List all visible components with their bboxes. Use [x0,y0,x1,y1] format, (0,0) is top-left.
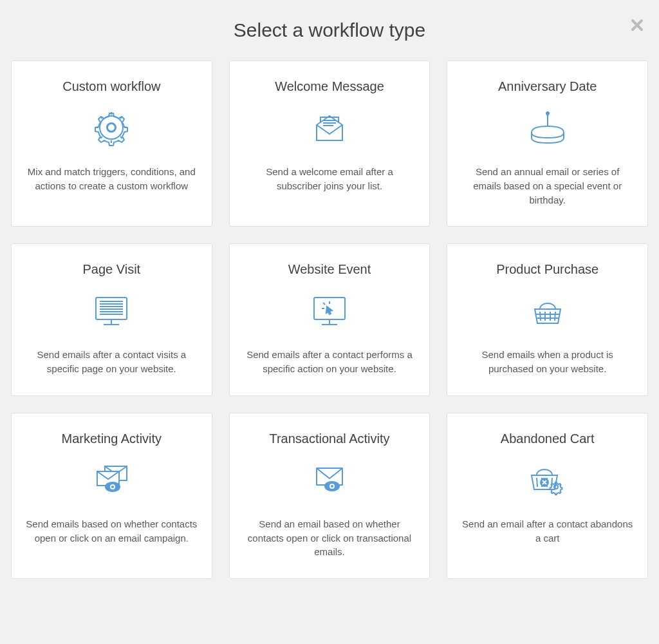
card-description: Send an email based on whether contacts … [243,517,417,559]
card-title: Page Visit [82,262,140,277]
card-description: Send an email after a contact abandons a… [460,517,635,545]
card-product-purchase[interactable]: Product Purchase Send emails when a prod… [447,243,648,396]
card-title: Product Purchase [496,262,599,277]
card-page-visit[interactable]: Page Visit Send emails after a contact v… [11,243,212,396]
card-website-event[interactable]: Website Event Send emails after a contac… [229,243,431,396]
envelope-open-icon [310,108,349,147]
monitor-lines-icon [91,291,132,330]
cake-icon [526,108,569,147]
card-description: Send emails after a contact visits a spe… [24,348,199,376]
monitor-click-icon [309,291,350,330]
modal-title: Select a workflow type [10,19,649,41]
svg-point-36 [331,485,333,488]
basket-icon [528,291,567,330]
svg-line-22 [540,312,541,321]
card-abandoned-cart[interactable]: Abandoned Cart Send an email after a con… [447,413,648,579]
card-description: Send an annual email or series of emails… [460,165,635,207]
svg-point-1 [107,123,116,132]
card-title: Abandoned Cart [501,431,595,446]
envelope-eye-icon [310,460,349,499]
svg-line-19 [323,303,325,305]
card-title: Anniversary Date [498,79,597,94]
card-title: Custom workflow [62,79,160,94]
workflow-grid: Custom workflow Mix and match triggers, … [10,61,649,579]
modal-header: Select a workflow type [10,10,649,61]
card-description: Send emails after a contact performs a s… [243,348,417,376]
card-title: Transactional Activity [269,431,389,446]
svg-point-0 [107,124,115,131]
svg-line-37 [537,478,537,487]
card-welcome-message[interactable]: Welcome Message Send a welcome email aft… [229,61,431,227]
card-description: Send emails when a product is purchased … [460,348,635,376]
card-marketing-activity[interactable]: Marketing Activity Send emails based on … [11,413,212,579]
card-description: Mix and match triggers, conditions, and … [24,165,199,193]
card-custom-workflow[interactable]: Custom workflow Mix and match triggers, … [11,61,212,227]
svg-point-32 [111,486,114,488]
envelopes-eye-icon [91,460,132,499]
svg-point-42 [554,485,558,489]
close-icon [629,17,645,33]
close-button[interactable] [628,17,646,35]
basket-x-gear-icon [526,460,569,499]
card-transactional-activity[interactable]: Transactional Activity Send an email bas… [229,413,431,579]
card-description: Send a welcome email after a subscriber … [243,165,417,193]
svg-line-25 [555,312,555,321]
card-anniversary-date[interactable]: Anniversary Date Send an annual email or… [447,61,648,227]
card-title: Website Event [288,262,371,277]
card-title: Welcome Message [275,79,384,94]
card-description: Send emails based on whether contacts op… [24,517,199,545]
card-title: Marketing Activity [62,431,162,446]
gear-icon [92,108,131,147]
